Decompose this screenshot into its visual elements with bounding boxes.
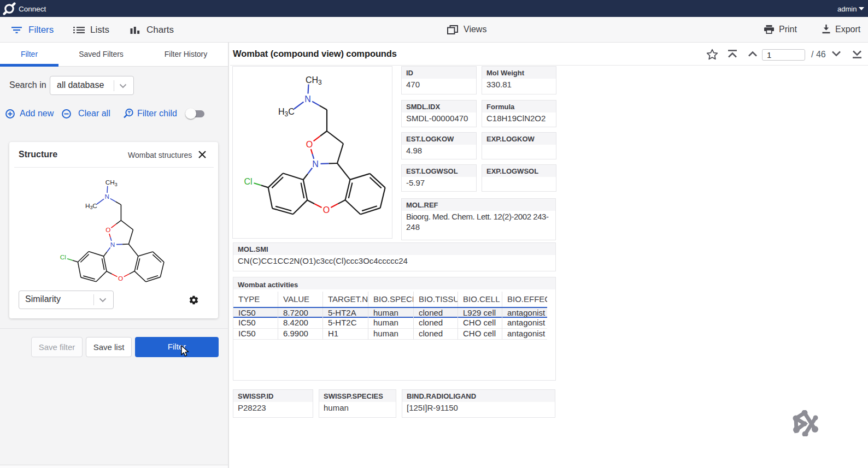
svg-text:N: N [304, 94, 311, 104]
svg-text:O: O [323, 205, 330, 215]
svg-text:O: O [306, 140, 313, 149]
svg-text:Cl: Cl [244, 177, 252, 186]
svg-text:H3C: H3C [278, 107, 295, 118]
svg-text:N: N [312, 159, 319, 169]
